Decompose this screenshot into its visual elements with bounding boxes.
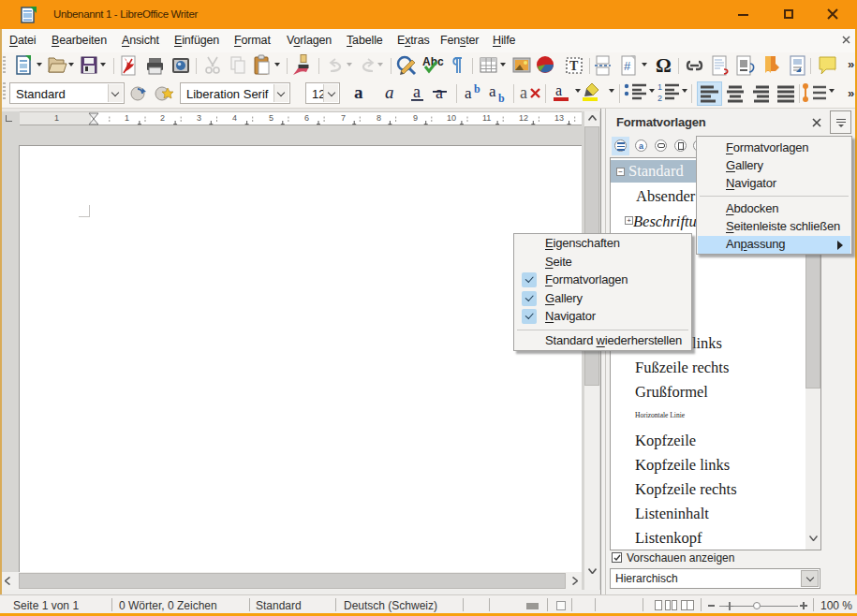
svg-text:b: b [498, 92, 505, 105]
svg-text:a: a [520, 83, 527, 102]
svg-text:b: b [474, 82, 480, 95]
svg-text:a: a [385, 82, 394, 102]
svg-text:a: a [489, 82, 496, 100]
svg-text:a: a [436, 83, 443, 102]
svg-text:T: T [569, 59, 579, 73]
svg-text:Ω: Ω [656, 54, 672, 77]
svg-text:a: a [413, 82, 421, 101]
svg-text:1: 1 [658, 82, 662, 92]
svg-text:a: a [465, 84, 472, 102]
svg-text:a: a [354, 82, 363, 102]
svg-text:»: » [848, 57, 854, 71]
svg-text:#: # [624, 59, 631, 73]
svg-text:2: 2 [658, 94, 662, 103]
svg-text:»: » [848, 86, 854, 100]
svg-text:a: a [555, 82, 562, 98]
